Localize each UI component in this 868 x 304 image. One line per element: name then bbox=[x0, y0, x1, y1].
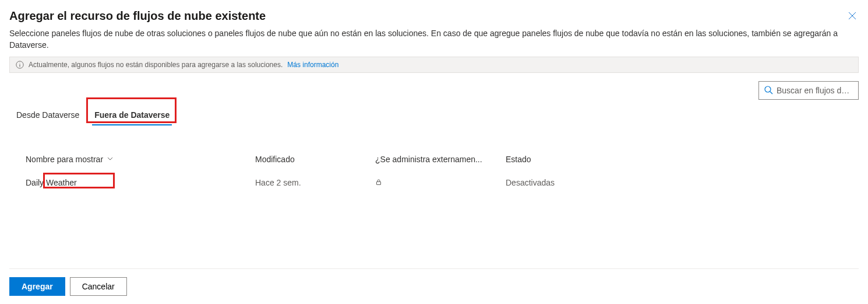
lock-icon bbox=[375, 178, 382, 187]
info-message: Actualmente, algunos flujos no están dis… bbox=[29, 61, 283, 69]
col-header-modified[interactable]: Modificado bbox=[255, 155, 375, 164]
col-header-status[interactable]: Estado bbox=[506, 155, 859, 164]
row-status: Desactivadas bbox=[506, 178, 859, 187]
add-button[interactable]: Agregar bbox=[9, 277, 65, 296]
col-header-name[interactable]: Nombre para mostrar bbox=[9, 155, 255, 164]
table-row[interactable]: Daily Weather Hace 2 sem. Desactivadas bbox=[9, 172, 859, 193]
svg-point-5 bbox=[765, 86, 771, 92]
info-more-link[interactable]: Más información bbox=[287, 61, 338, 69]
svg-point-4 bbox=[19, 62, 20, 63]
svg-line-6 bbox=[770, 92, 772, 94]
search-icon bbox=[764, 85, 773, 96]
close-icon bbox=[848, 13, 856, 22]
dialog-footer: Agregar Cancelar bbox=[9, 268, 859, 304]
tab-from-dataverse[interactable]: Desde Dataverse bbox=[14, 106, 82, 125]
info-bar: Actualmente, algunos flujos no están dis… bbox=[9, 57, 859, 73]
row-managed bbox=[375, 178, 506, 187]
tabs: Desde Dataverse Fuera de Dataverse bbox=[9, 106, 859, 125]
svg-rect-7 bbox=[377, 182, 381, 185]
table: Nombre para mostrar Modificado ¿Se admin… bbox=[9, 155, 859, 268]
dialog-description: Seleccione paneles flujos de nube de otr… bbox=[9, 27, 859, 51]
search-input[interactable] bbox=[777, 86, 853, 95]
row-modified: Hace 2 sem. bbox=[255, 178, 375, 187]
cancel-button[interactable]: Cancelar bbox=[70, 277, 127, 296]
row-name: Daily Weather bbox=[9, 178, 255, 187]
col-header-managed[interactable]: ¿Se administra externamen... bbox=[375, 155, 506, 164]
dialog-title: Agregar el recurso de flujos de nube exi… bbox=[9, 9, 266, 23]
chevron-down-icon bbox=[107, 155, 114, 164]
table-header: Nombre para mostrar Modificado ¿Se admin… bbox=[9, 155, 859, 172]
tab-outside-dataverse[interactable]: Fuera de Dataverse bbox=[92, 106, 172, 125]
col-header-name-label: Nombre para mostrar bbox=[26, 155, 103, 164]
search-box[interactable] bbox=[758, 81, 859, 100]
info-icon bbox=[16, 61, 24, 69]
close-button[interactable] bbox=[846, 9, 859, 24]
